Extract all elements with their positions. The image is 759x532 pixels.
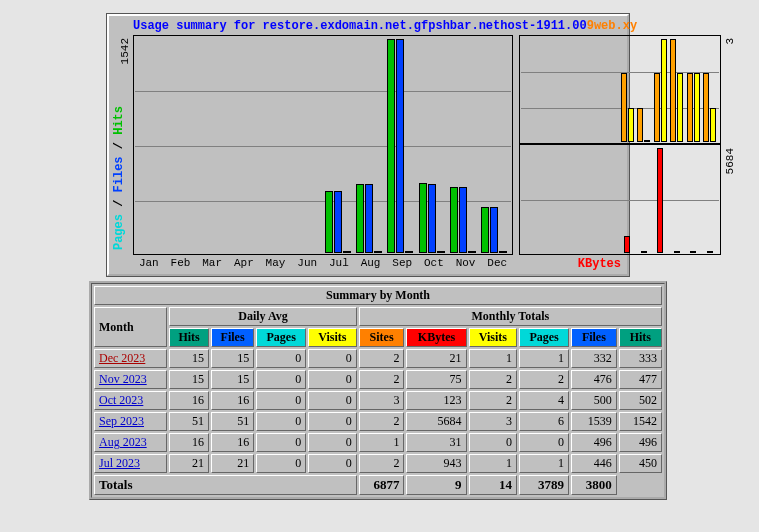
cell-m-files: 446 <box>571 454 617 473</box>
bar <box>405 251 413 253</box>
cell-m-kbytes: 75 <box>406 370 466 389</box>
cell-d-pages: 0 <box>256 454 306 473</box>
cell-m-files: 332 <box>571 349 617 368</box>
bar <box>437 251 445 253</box>
table-row: Sep 2023515100256843615391542 <box>94 412 662 431</box>
cell-m-sites: 2 <box>359 454 405 473</box>
cell-d-pages: 0 <box>256 349 306 368</box>
bar <box>670 39 676 142</box>
right-bot-max: 5684 <box>724 148 736 174</box>
bar <box>641 251 647 253</box>
month-link[interactable]: Jul 2023 <box>99 456 140 470</box>
totals-hits: 3800 <box>571 475 617 495</box>
totals-label: Totals <box>94 475 357 495</box>
bar <box>674 251 680 253</box>
bar <box>325 191 333 253</box>
bar-group <box>354 184 383 253</box>
cell-m-kbytes: 31 <box>406 433 466 452</box>
cell-m-visits: 2 <box>469 370 518 389</box>
bar-group <box>686 73 701 142</box>
cell-m-files: 1539 <box>571 412 617 431</box>
month-tick: Sep <box>386 257 418 269</box>
bar <box>694 73 700 142</box>
cell-d-files: 51 <box>211 412 254 431</box>
cell-d-files: 15 <box>211 349 254 368</box>
bar <box>654 73 660 142</box>
group-daily: Daily Avg <box>169 307 356 326</box>
cell-m-sites: 3 <box>359 391 405 410</box>
ylabel-hits: Hits <box>112 106 126 135</box>
cell-m-pages: 0 <box>519 433 569 452</box>
cell-m-pages: 4 <box>519 391 569 410</box>
month-link[interactable]: Sep 2023 <box>99 414 144 428</box>
cell-m-files: 496 <box>571 433 617 452</box>
month-link[interactable]: Dec 2023 <box>99 351 145 365</box>
cell-m-kbytes: 21 <box>406 349 466 368</box>
chart-title: Usage summary for restore.exdomain.net.g… <box>133 19 637 33</box>
cell-d-hits: 51 <box>169 412 209 431</box>
cell-m-kbytes: 123 <box>406 391 466 410</box>
bar-group <box>637 251 652 253</box>
ylabel-files: Files <box>112 156 126 192</box>
bar <box>374 251 382 253</box>
cell-d-visits: 0 <box>308 391 357 410</box>
month-tick: Jul <box>323 257 355 269</box>
bar <box>677 73 683 142</box>
month-tick: Jun <box>291 257 323 269</box>
x-axis-months: JanFebMarAprMayJunJulAugSepOctNovDec <box>133 257 513 269</box>
month-tick: Feb <box>165 257 197 269</box>
cell-d-hits: 16 <box>169 433 209 452</box>
cell-d-visits: 0 <box>308 412 357 431</box>
bar <box>628 108 634 142</box>
bar-group <box>670 39 685 142</box>
cell-d-visits: 0 <box>308 433 357 452</box>
group-monthly: Monthly Totals <box>359 307 662 326</box>
bar <box>343 251 351 253</box>
right-top-max: 3 <box>724 38 736 45</box>
month-link[interactable]: Oct 2023 <box>99 393 143 407</box>
col-monthly-pages: Pages <box>519 328 569 347</box>
cell-d-files: 16 <box>211 391 254 410</box>
month-tick: Oct <box>418 257 450 269</box>
cell-m-pages: 1 <box>519 349 569 368</box>
cell-m-pages: 6 <box>519 412 569 431</box>
cell-d-pages: 0 <box>256 412 306 431</box>
month-tick: Aug <box>355 257 387 269</box>
month-cell: Nov 2023 <box>94 370 167 389</box>
cell-d-files: 21 <box>211 454 254 473</box>
bar <box>707 251 713 253</box>
col-monthly-hits: Hits <box>619 328 662 347</box>
plot-visits-sites <box>519 35 721 144</box>
col-monthly-visits: Visits <box>469 328 518 347</box>
cell-d-files: 15 <box>211 370 254 389</box>
cell-m-visits: 1 <box>469 454 518 473</box>
bar <box>637 108 643 142</box>
month-tick: Jan <box>133 257 165 269</box>
bar <box>490 207 498 253</box>
bar-group <box>417 183 446 253</box>
bar-group <box>448 187 477 253</box>
bar <box>450 187 458 253</box>
month-cell: Oct 2023 <box>94 391 167 410</box>
bar <box>644 140 650 142</box>
usage-chart: Usage summary for restore.exdomain.net.g… <box>107 14 629 276</box>
plot-kbytes <box>519 144 721 255</box>
bar-group <box>620 73 635 142</box>
month-link[interactable]: Nov 2023 <box>99 372 147 386</box>
totals-visits: 9 <box>406 475 466 495</box>
col-monthly-files: Files <box>571 328 617 347</box>
bar <box>468 251 476 253</box>
cell-m-visits: 3 <box>469 412 518 431</box>
month-link[interactable]: Aug 2023 <box>99 435 147 449</box>
cell-m-hits: 496 <box>619 433 662 452</box>
summary-table: Summary by Month Month Daily Avg Monthly… <box>92 284 664 497</box>
bar <box>703 73 709 142</box>
cell-m-hits: 333 <box>619 349 662 368</box>
cell-m-visits: 0 <box>469 433 518 452</box>
y-axis-label: Pages / Files / Hits <box>112 106 126 250</box>
bar <box>690 251 696 253</box>
plot-hits-files-pages <box>133 35 513 255</box>
month-tick: Dec <box>481 257 513 269</box>
cell-m-visits: 1 <box>469 349 518 368</box>
cell-m-hits: 450 <box>619 454 662 473</box>
